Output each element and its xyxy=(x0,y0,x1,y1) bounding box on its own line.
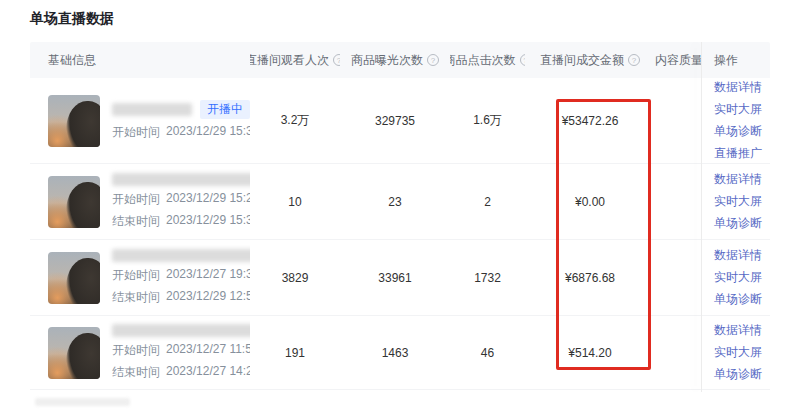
actions-cell: 数据详情 实时大屏 单场诊断 xyxy=(701,240,770,315)
table-row: 开始时间2023/12/27 11:56:02 结束时间2023/12/27 1… xyxy=(30,316,770,390)
start-time: 开始时间2023/12/27 19:36:07 xyxy=(112,267,250,284)
info-icon[interactable]: ? xyxy=(628,54,640,66)
actions-cell: 数据详情 实时大屏 单场诊断 直播推广 xyxy=(701,78,770,163)
clicks-value: 1732 xyxy=(450,240,525,315)
streamer-avatar xyxy=(48,327,100,379)
exposure-value: 1463 xyxy=(340,316,450,389)
streamer-avatar xyxy=(48,252,100,304)
info-icon[interactable]: ? xyxy=(333,54,340,66)
gmv-value: ¥514.20 xyxy=(525,316,655,389)
gmv-value: ¥53472.26 xyxy=(525,78,655,163)
start-time: 开始时间2023/12/29 15:27:13 xyxy=(112,191,250,208)
action-data-detail[interactable]: 数据详情 xyxy=(714,322,762,339)
action-session-diagnosis[interactable]: 单场诊断 xyxy=(714,291,762,308)
redacted-stream-title xyxy=(112,173,250,186)
base-info-cell: 开始时间2023/12/27 19:36:07 结束时间2023/12/29 1… xyxy=(30,240,250,315)
action-session-diagnosis[interactable]: 单场诊断 xyxy=(714,123,762,140)
end-time: 结束时间2023/12/29 15:35:36 xyxy=(112,213,250,230)
content-quality-cell xyxy=(655,240,701,315)
table-row: 开始时间2023/12/27 19:36:07 结束时间2023/12/29 1… xyxy=(30,240,770,316)
action-session-diagnosis[interactable]: 单场诊断 xyxy=(714,366,762,383)
clicks-value: 1.6万 xyxy=(450,78,525,163)
column-header-clicks: 商品点击次数? xyxy=(450,42,525,78)
actions-cell: 数据详情 实时大屏 单场诊断 xyxy=(701,316,770,389)
column-header-base-info: 基础信息 xyxy=(30,42,250,78)
next-section-cutoff xyxy=(35,398,130,406)
base-info-cell: 开始时间2023/12/29 15:27:13 结束时间2023/12/29 1… xyxy=(30,164,250,239)
action-data-detail[interactable]: 数据详情 xyxy=(714,247,762,264)
base-info-cell: 开始时间2023/12/27 11:56:02 结束时间2023/12/27 1… xyxy=(30,316,250,389)
action-realtime-screen[interactable]: 实时大屏 xyxy=(714,101,762,118)
clicks-value: 46 xyxy=(450,316,525,389)
column-header-viewers: 直播间观看人次? xyxy=(250,42,340,78)
redacted-stream-title xyxy=(112,249,250,262)
action-data-detail[interactable]: 数据详情 xyxy=(714,171,762,188)
viewers-value: 3.2万 xyxy=(250,78,340,163)
viewers-value: 10 xyxy=(250,164,340,239)
gmv-value: ¥0.00 xyxy=(525,164,655,239)
action-live-promotion[interactable]: 直播推广 xyxy=(714,145,762,162)
live-status-badge: 开播中 xyxy=(200,100,250,119)
viewers-value: 191 xyxy=(250,316,340,389)
streamer-avatar xyxy=(48,176,100,228)
streamer-avatar xyxy=(48,95,100,147)
action-realtime-screen[interactable]: 实时大屏 xyxy=(714,193,762,210)
end-time: 结束时间2023/12/29 12:50:07 xyxy=(112,289,250,306)
table-row: 开播中 开始时间2023/12/29 15:36:20 3.2万 329735 … xyxy=(30,78,770,164)
table-row: 开始时间2023/12/29 15:27:13 结束时间2023/12/29 1… xyxy=(30,164,770,240)
page-title: 单场直播数据 xyxy=(30,10,114,28)
live-data-table: 基础信息 直播间观看人次? 商品曝光次数? 商品点击次数? 直播间成交金额? 内… xyxy=(30,42,770,392)
action-realtime-screen[interactable]: 实时大屏 xyxy=(714,269,762,286)
info-icon[interactable]: ? xyxy=(427,54,439,66)
base-info-cell: 开播中 开始时间2023/12/29 15:36:20 xyxy=(30,78,250,163)
start-time: 开始时间2023/12/27 11:56:02 xyxy=(112,342,250,359)
gmv-value: ¥6876.68 xyxy=(525,240,655,315)
redacted-stream-title xyxy=(112,103,192,116)
exposure-value: 23 xyxy=(340,164,450,239)
exposure-value: 33961 xyxy=(340,240,450,315)
content-quality-cell xyxy=(655,164,701,239)
actions-cell: 数据详情 实时大屏 单场诊断 xyxy=(701,164,770,239)
start-time: 开始时间2023/12/29 15:36:20 xyxy=(112,124,250,141)
table-header-row: 基础信息 直播间观看人次? 商品曝光次数? 商品点击次数? 直播间成交金额? 内… xyxy=(30,42,770,78)
column-header-actions: 操作 xyxy=(701,42,770,78)
content-quality-cell xyxy=(655,316,701,389)
content-quality-cell xyxy=(655,78,701,163)
redacted-stream-title xyxy=(112,324,250,337)
column-header-gmv: 直播间成交金额? xyxy=(525,42,655,78)
viewers-value: 3829 xyxy=(250,240,340,315)
column-header-exposure: 商品曝光次数? xyxy=(340,42,450,78)
action-session-diagnosis[interactable]: 单场诊断 xyxy=(714,215,762,232)
end-time: 结束时间2023/12/27 14:26:58 xyxy=(112,364,250,381)
action-realtime-screen[interactable]: 实时大屏 xyxy=(714,344,762,361)
exposure-value: 329735 xyxy=(340,78,450,163)
action-data-detail[interactable]: 数据详情 xyxy=(714,79,762,96)
column-header-content-quality: 内容质量 xyxy=(655,42,701,78)
clicks-value: 2 xyxy=(450,164,525,239)
